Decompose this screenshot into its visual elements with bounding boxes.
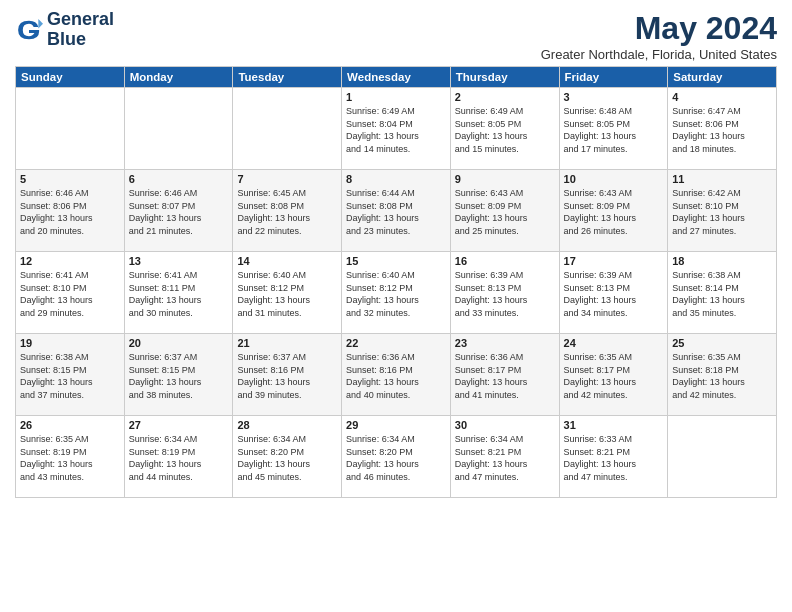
col-friday: Friday: [559, 67, 668, 88]
day-number: 21: [237, 337, 337, 349]
table-row: 29Sunrise: 6:34 AM Sunset: 8:20 PM Dayli…: [342, 416, 451, 498]
col-thursday: Thursday: [450, 67, 559, 88]
table-row: 17Sunrise: 6:39 AM Sunset: 8:13 PM Dayli…: [559, 252, 668, 334]
table-row: [16, 88, 125, 170]
calendar-week-row: 26Sunrise: 6:35 AM Sunset: 8:19 PM Dayli…: [16, 416, 777, 498]
table-row: 4Sunrise: 6:47 AM Sunset: 8:06 PM Daylig…: [668, 88, 777, 170]
col-sunday: Sunday: [16, 67, 125, 88]
day-number: 15: [346, 255, 446, 267]
day-number: 13: [129, 255, 229, 267]
day-number: 2: [455, 91, 555, 103]
logo-line1: General: [47, 10, 114, 30]
table-row: 16Sunrise: 6:39 AM Sunset: 8:13 PM Dayli…: [450, 252, 559, 334]
table-row: 12Sunrise: 6:41 AM Sunset: 8:10 PM Dayli…: [16, 252, 125, 334]
col-monday: Monday: [124, 67, 233, 88]
day-number: 26: [20, 419, 120, 431]
day-number: 22: [346, 337, 446, 349]
table-row: 22Sunrise: 6:36 AM Sunset: 8:16 PM Dayli…: [342, 334, 451, 416]
page: General Blue May 2024 Greater Northdale,…: [0, 0, 792, 612]
table-row: 1Sunrise: 6:49 AM Sunset: 8:04 PM Daylig…: [342, 88, 451, 170]
table-row: 19Sunrise: 6:38 AM Sunset: 8:15 PM Dayli…: [16, 334, 125, 416]
day-number: 7: [237, 173, 337, 185]
col-saturday: Saturday: [668, 67, 777, 88]
table-row: 15Sunrise: 6:40 AM Sunset: 8:12 PM Dayli…: [342, 252, 451, 334]
title-block: May 2024 Greater Northdale, Florida, Uni…: [541, 10, 777, 62]
day-number: 12: [20, 255, 120, 267]
calendar-week-row: 19Sunrise: 6:38 AM Sunset: 8:15 PM Dayli…: [16, 334, 777, 416]
day-number: 17: [564, 255, 664, 267]
day-info: Sunrise: 6:38 AM Sunset: 8:15 PM Dayligh…: [20, 351, 120, 401]
day-number: 11: [672, 173, 772, 185]
table-row: [233, 88, 342, 170]
day-info: Sunrise: 6:36 AM Sunset: 8:16 PM Dayligh…: [346, 351, 446, 401]
day-info: Sunrise: 6:40 AM Sunset: 8:12 PM Dayligh…: [346, 269, 446, 319]
day-number: 28: [237, 419, 337, 431]
day-info: Sunrise: 6:37 AM Sunset: 8:15 PM Dayligh…: [129, 351, 229, 401]
table-row: 23Sunrise: 6:36 AM Sunset: 8:17 PM Dayli…: [450, 334, 559, 416]
day-number: 1: [346, 91, 446, 103]
day-number: 30: [455, 419, 555, 431]
table-row: 8Sunrise: 6:44 AM Sunset: 8:08 PM Daylig…: [342, 170, 451, 252]
table-row: 2Sunrise: 6:49 AM Sunset: 8:05 PM Daylig…: [450, 88, 559, 170]
table-row: 7Sunrise: 6:45 AM Sunset: 8:08 PM Daylig…: [233, 170, 342, 252]
day-number: 29: [346, 419, 446, 431]
day-info: Sunrise: 6:35 AM Sunset: 8:17 PM Dayligh…: [564, 351, 664, 401]
table-row: 30Sunrise: 6:34 AM Sunset: 8:21 PM Dayli…: [450, 416, 559, 498]
table-row: 28Sunrise: 6:34 AM Sunset: 8:20 PM Dayli…: [233, 416, 342, 498]
day-info: Sunrise: 6:48 AM Sunset: 8:05 PM Dayligh…: [564, 105, 664, 155]
day-info: Sunrise: 6:34 AM Sunset: 8:20 PM Dayligh…: [346, 433, 446, 483]
day-number: 3: [564, 91, 664, 103]
day-number: 5: [20, 173, 120, 185]
table-row: 9Sunrise: 6:43 AM Sunset: 8:09 PM Daylig…: [450, 170, 559, 252]
logo: General Blue: [15, 10, 114, 50]
day-info: Sunrise: 6:38 AM Sunset: 8:14 PM Dayligh…: [672, 269, 772, 319]
calendar-week-row: 5Sunrise: 6:46 AM Sunset: 8:06 PM Daylig…: [16, 170, 777, 252]
day-info: Sunrise: 6:34 AM Sunset: 8:19 PM Dayligh…: [129, 433, 229, 483]
col-wednesday: Wednesday: [342, 67, 451, 88]
day-info: Sunrise: 6:39 AM Sunset: 8:13 PM Dayligh…: [564, 269, 664, 319]
location-title: Greater Northdale, Florida, United State…: [541, 47, 777, 62]
day-number: 24: [564, 337, 664, 349]
table-row: 5Sunrise: 6:46 AM Sunset: 8:06 PM Daylig…: [16, 170, 125, 252]
table-row: [124, 88, 233, 170]
table-row: 27Sunrise: 6:34 AM Sunset: 8:19 PM Dayli…: [124, 416, 233, 498]
logo-text: General Blue: [47, 10, 114, 50]
header: General Blue May 2024 Greater Northdale,…: [15, 10, 777, 62]
day-info: Sunrise: 6:34 AM Sunset: 8:21 PM Dayligh…: [455, 433, 555, 483]
logo-line2: Blue: [47, 30, 114, 50]
day-info: Sunrise: 6:33 AM Sunset: 8:21 PM Dayligh…: [564, 433, 664, 483]
day-info: Sunrise: 6:35 AM Sunset: 8:18 PM Dayligh…: [672, 351, 772, 401]
day-info: Sunrise: 6:47 AM Sunset: 8:06 PM Dayligh…: [672, 105, 772, 155]
logo-icon: [15, 16, 43, 44]
day-number: 6: [129, 173, 229, 185]
month-title: May 2024: [541, 10, 777, 47]
day-info: Sunrise: 6:39 AM Sunset: 8:13 PM Dayligh…: [455, 269, 555, 319]
table-row: 13Sunrise: 6:41 AM Sunset: 8:11 PM Dayli…: [124, 252, 233, 334]
day-info: Sunrise: 6:35 AM Sunset: 8:19 PM Dayligh…: [20, 433, 120, 483]
table-row: 14Sunrise: 6:40 AM Sunset: 8:12 PM Dayli…: [233, 252, 342, 334]
day-number: 9: [455, 173, 555, 185]
day-info: Sunrise: 6:37 AM Sunset: 8:16 PM Dayligh…: [237, 351, 337, 401]
table-row: [668, 416, 777, 498]
table-row: 11Sunrise: 6:42 AM Sunset: 8:10 PM Dayli…: [668, 170, 777, 252]
day-number: 10: [564, 173, 664, 185]
day-number: 25: [672, 337, 772, 349]
day-number: 14: [237, 255, 337, 267]
table-row: 3Sunrise: 6:48 AM Sunset: 8:05 PM Daylig…: [559, 88, 668, 170]
table-row: 26Sunrise: 6:35 AM Sunset: 8:19 PM Dayli…: [16, 416, 125, 498]
day-info: Sunrise: 6:40 AM Sunset: 8:12 PM Dayligh…: [237, 269, 337, 319]
day-info: Sunrise: 6:49 AM Sunset: 8:05 PM Dayligh…: [455, 105, 555, 155]
day-number: 20: [129, 337, 229, 349]
day-info: Sunrise: 6:43 AM Sunset: 8:09 PM Dayligh…: [564, 187, 664, 237]
table-row: 20Sunrise: 6:37 AM Sunset: 8:15 PM Dayli…: [124, 334, 233, 416]
day-info: Sunrise: 6:46 AM Sunset: 8:06 PM Dayligh…: [20, 187, 120, 237]
table-row: 6Sunrise: 6:46 AM Sunset: 8:07 PM Daylig…: [124, 170, 233, 252]
calendar-week-row: 1Sunrise: 6:49 AM Sunset: 8:04 PM Daylig…: [16, 88, 777, 170]
calendar-table: Sunday Monday Tuesday Wednesday Thursday…: [15, 66, 777, 498]
day-number: 19: [20, 337, 120, 349]
table-row: 18Sunrise: 6:38 AM Sunset: 8:14 PM Dayli…: [668, 252, 777, 334]
calendar-week-row: 12Sunrise: 6:41 AM Sunset: 8:10 PM Dayli…: [16, 252, 777, 334]
table-row: 21Sunrise: 6:37 AM Sunset: 8:16 PM Dayli…: [233, 334, 342, 416]
day-number: 18: [672, 255, 772, 267]
day-number: 27: [129, 419, 229, 431]
